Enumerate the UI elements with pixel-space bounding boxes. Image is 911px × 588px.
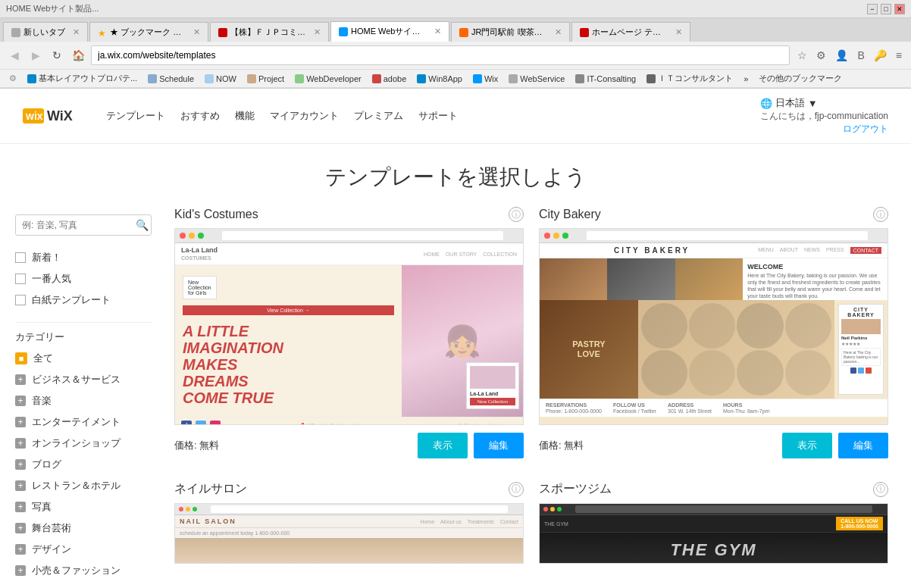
url-input[interactable] [98,50,783,61]
filter-blank[interactable]: 白紙テンプレート [15,293,152,307]
category-fashion[interactable]: + 小売＆ファッション [15,564,152,577]
tab-close-new[interactable]: ✕ [73,27,80,37]
city-bakery-name: City Bakery [539,208,601,221]
kids-costumes-edit-button[interactable]: 編集 [474,433,524,458]
templates-row-1: Kid's Costumes ⓘ [174,207,888,458]
user-greeting: こんにちは，fjp-communication [760,110,888,123]
nav-premium[interactable]: プレミアム [354,109,403,123]
bookmark-icon[interactable]: ☆ [794,48,810,63]
tab-hp[interactable]: ホームページ テンプレート... ✕ [571,22,690,42]
city-bakery-edit-button[interactable]: 編集 [838,433,888,458]
nav-templates[interactable]: テンプレート [106,109,165,123]
tab-close-fjp[interactable]: ✕ [314,27,321,37]
category-blog[interactable]: + ブログ [15,458,152,471]
maximize-button[interactable]: □ [881,4,891,14]
nav-myaccount[interactable]: マイアカウント [270,109,339,123]
nail-salon-info-icon[interactable]: ⓘ [509,482,524,497]
bookmark-now[interactable]: NOW [202,74,239,84]
category-restaurant[interactable]: + レストラン＆ホテル [15,479,152,493]
home-button[interactable]: 🏠 [70,47,86,64]
apps-icon[interactable]: ⚙ [6,72,20,85]
sidebar-divider [15,322,152,323]
extension-icon3[interactable]: ≡ [893,48,905,63]
title-bar: HOME Webサイト製品... − □ ✕ [0,0,911,18]
nav-support[interactable]: サポート [418,109,458,123]
kids-costumes-preview[interactable]: La-La LandCOSTUMES HOMEOUR STORYCOLLECTI… [174,228,524,425]
category-design[interactable]: + デザイン [15,543,152,556]
tab-close-hp[interactable]: ✕ [675,27,682,37]
bookmark-webdev[interactable]: WebDeveloper [292,74,365,84]
filter-new-checkbox[interactable] [15,252,26,263]
bookmark-it-consulting[interactable]: IT-Consalting [572,74,639,84]
bookmark-adobe[interactable]: adobe [369,74,410,84]
nav-features[interactable]: 機能 [235,109,255,123]
wix-header: wix WiX テンプレート おすすめ 機能 マイアカウント プレミアム サポー… [0,89,911,144]
category-all[interactable]: ■ 全て [15,352,152,365]
reload-button[interactable]: ↻ [49,47,65,64]
tab-bookmarks[interactable]: ★ ★ ブックマーク マネージャ ✕ [89,22,208,42]
kids-costumes-info-icon[interactable]: ⓘ [509,207,524,222]
search-box[interactable]: 🔍 [15,214,152,236]
back-button[interactable]: ◀ [6,47,23,64]
tab-fjp[interactable]: 【株】ＦＪＰコミュニケー... ✕ [210,22,329,42]
tab-close-jr[interactable]: ✕ [555,27,562,37]
city-bakery-info-icon[interactable]: ⓘ [873,207,888,222]
category-music[interactable]: + 音楽 [15,394,152,408]
filter-new[interactable]: 新着！ [15,251,152,264]
kids-costumes-footer: 価格: 無料 表示 編集 [174,433,524,458]
settings-icon[interactable]: ⚙ [813,48,829,63]
sports-gym-info-icon[interactable]: ⓘ [873,482,888,497]
category-photo[interactable]: + 写真 [15,500,152,514]
kids-costumes-view-button[interactable]: 表示 [418,433,468,458]
tab-close-bookmarks[interactable]: ✕ [193,27,200,37]
extension-icon1[interactable]: B [854,48,867,63]
category-fashion-icon: + [15,565,26,576]
tab-close-home[interactable]: ✕ [434,27,441,36]
template-sports-gym: スポーツジム ⓘ [539,481,888,564]
filter-blank-checkbox[interactable] [15,295,26,305]
filter-popular[interactable]: 一番人気 [15,272,152,286]
category-business[interactable]: + ビジネス＆サービス [15,373,152,386]
tab-home[interactable]: HOME Webサイト製品... ✕ [330,21,449,42]
wix-main-nav: テンプレート おすすめ 機能 マイアカウント プレミアム サポート [106,109,760,123]
wix-logo[interactable]: wix WiX [23,105,83,127]
nail-salon-preview[interactable]: NAIL SALON HomeAbout usTreatmentsContact… [174,503,524,564]
minimize-button[interactable]: − [867,4,878,14]
bookmark-more[interactable]: » [740,74,751,84]
category-online-shop[interactable]: + オンラインショップ [15,436,152,450]
city-bakery-title-bar: City Bakery ⓘ [539,207,888,222]
city-bakery-view-button[interactable]: 表示 [782,433,832,458]
bookmark-wix-basics[interactable]: 基本レイアウトプロパテ... [24,72,140,85]
extension-icon2[interactable]: 🔑 [871,48,890,63]
nav-recommended[interactable]: おすすめ [180,109,220,123]
sidebar-filters: 新着！ 一番人気 白紙テンプレート [15,251,152,307]
window-controls[interactable]: − □ ✕ [867,4,905,14]
sports-gym-preview[interactable]: THE GYM CALL US NOW1-800-000-0000 THE GY… [539,503,888,564]
bookmark-win8app[interactable]: Win8App [414,74,465,84]
tab-new[interactable]: 新しいタブ ✕ [3,22,88,42]
tab-jr[interactable]: JR門司駅前 喫茶やなぎ... ✕ [451,22,570,42]
category-entertainment[interactable]: + エンターテイメント [15,415,152,429]
sports-gym-name: スポーツジム [539,481,612,497]
address-bar[interactable] [91,45,790,65]
city-bakery-preview[interactable]: CITY BAKERY MENUABOUTNEWSPRESS CONTACT [539,228,888,425]
bookmark-wix[interactable]: Wix [470,74,501,84]
close-button[interactable]: ✕ [894,4,905,14]
forward-button[interactable]: ▶ [27,47,44,64]
bookmark-project[interactable]: Project [244,74,287,84]
bookmark-it-consultant[interactable]: ＩＴコンサルタント [643,72,736,85]
bookmark-other[interactable]: その他のブックマーク [756,72,845,85]
user-icon[interactable]: 👤 [832,48,851,63]
logout-link[interactable]: ログアウト [760,123,888,136]
category-stage[interactable]: + 舞台芸術 [15,521,152,535]
search-input[interactable] [22,220,136,230]
kids-costumes-name: Kid's Costumes [174,208,258,221]
wix-logo-svg: wix WiX [23,105,83,127]
browser-chrome: HOME Webサイト製品... − □ ✕ 新しいタブ ✕ ★ ★ ブックマー… [0,0,911,89]
bookmark-schedule[interactable]: Schedule [145,74,197,84]
filter-popular-checkbox[interactable] [15,274,26,284]
bookmark-webservice[interactable]: WebService [506,74,568,84]
language-selector[interactable]: 🌐 日本語 ▼ [760,96,888,110]
svg-text:WiX: WiX [47,108,73,124]
page-title: テンプレートを選択しよう [0,163,911,192]
